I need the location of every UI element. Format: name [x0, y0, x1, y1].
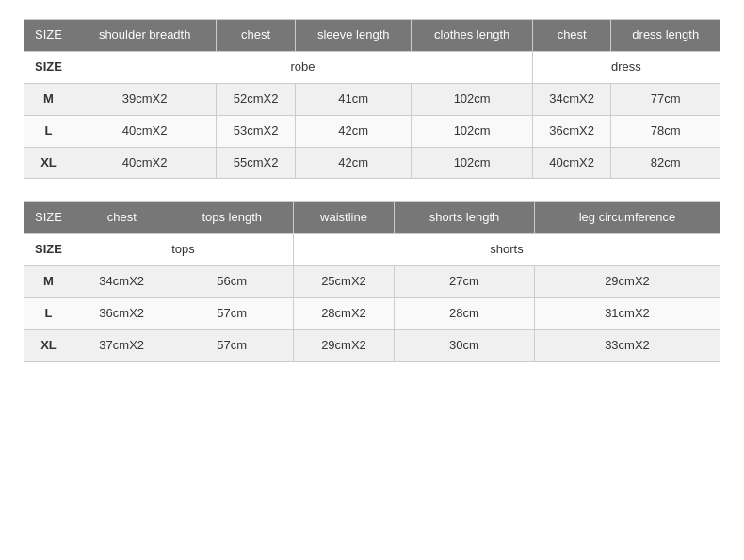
header-row-2: SIZE chest tops length waistline shorts … [24, 202, 720, 234]
m-shorts-length: 27cm [395, 266, 535, 298]
l-clothes: 102cm [412, 115, 532, 147]
l-shorts-length: 28cm [395, 298, 535, 330]
l-waist: 28cmX2 [293, 298, 394, 330]
sleeve-length-header: sleeve length [295, 20, 411, 52]
l-dress-length: 78cm [611, 115, 720, 147]
xl-tops-length: 57cm [170, 330, 294, 362]
dress-length-header: dress length [611, 20, 720, 52]
l-chest-1: 53cmX2 [217, 115, 296, 147]
l-sleeve: 42cm [295, 115, 411, 147]
m-waist: 25cmX2 [293, 266, 394, 298]
size-xl-2: XL [24, 330, 73, 362]
xl-dress-chest: 40cmX2 [532, 147, 611, 179]
size-m-1: M [24, 83, 73, 115]
size-col-group: SIZE [24, 51, 73, 83]
size-l-2: L [24, 298, 73, 330]
xl-sleeve: 42cm [295, 147, 411, 179]
group-row-1: SIZE robe dress [24, 51, 720, 83]
xl-leg-circ: 33cmX2 [535, 330, 720, 362]
table-row: M 39cmX2 52cmX2 41cm 102cm 34cmX2 77cm [24, 83, 720, 115]
robe-group-label: robe [73, 51, 533, 83]
xl-clothes: 102cm [412, 147, 532, 179]
table-row: L 36cmX2 57cm 28cmX2 28cm 31cmX2 [24, 298, 720, 330]
xl-chest-1: 55cmX2 [217, 147, 296, 179]
xl-shoulder: 40cmX2 [73, 147, 217, 179]
table-row: M 34cmX2 56cm 25cmX2 27cm 29cmX2 [24, 266, 720, 298]
l-tops-chest: 36cmX2 [73, 298, 170, 330]
xl-tops-chest: 37cmX2 [73, 330, 170, 362]
tops-length-header: tops length [170, 202, 294, 234]
waistline-header: waistline [293, 202, 394, 234]
size-col-group-2: SIZE [24, 234, 73, 266]
dress-group-label: dress [532, 51, 720, 83]
l-shoulder: 40cmX2 [73, 115, 217, 147]
size-l-1: L [24, 115, 73, 147]
shoulder-breadth-header: shoulder breadth [73, 20, 217, 52]
size-table-2: SIZE chest tops length waistline shorts … [24, 201, 720, 361]
size-header: SIZE [24, 20, 73, 52]
m-shoulder: 39cmX2 [73, 83, 217, 115]
m-tops-length: 56cm [170, 266, 294, 298]
m-clothes: 102cm [412, 83, 532, 115]
leg-circumference-header: leg circumference [535, 202, 720, 234]
size-m-2: M [24, 266, 73, 298]
chest-header-1: chest [217, 20, 296, 52]
table1-wrapper: SIZE shoulder breadth chest sleeve lengt… [24, 19, 720, 179]
table-row: XL 37cmX2 57cm 29cmX2 30cm 33cmX2 [24, 330, 720, 362]
m-chest-1: 52cmX2 [217, 83, 296, 115]
table2-wrapper: SIZE chest tops length waistline shorts … [24, 201, 720, 361]
xl-waist: 29cmX2 [293, 330, 394, 362]
group-row-2: SIZE tops shorts [24, 234, 720, 266]
table-row: L 40cmX2 53cmX2 42cm 102cm 36cmX2 78cm [24, 115, 720, 147]
tops-group-label: tops [73, 234, 294, 266]
chest-header-2: chest [532, 20, 611, 52]
size-header-2: SIZE [24, 202, 73, 234]
m-dress-length: 77cm [611, 83, 720, 115]
m-dress-chest: 34cmX2 [532, 83, 611, 115]
l-tops-length: 57cm [170, 298, 294, 330]
size-xl-1: XL [24, 147, 73, 179]
shorts-length-header: shorts length [395, 202, 535, 234]
m-sleeve: 41cm [295, 83, 411, 115]
shorts-group-label: shorts [293, 234, 720, 266]
header-row-1: SIZE shoulder breadth chest sleeve lengt… [24, 20, 720, 52]
clothes-length-header: clothes length [412, 20, 532, 52]
l-dress-chest: 36cmX2 [532, 115, 611, 147]
m-leg-circ: 29cmX2 [535, 266, 720, 298]
table-row: XL 40cmX2 55cmX2 42cm 102cm 40cmX2 82cm [24, 147, 720, 179]
m-tops-chest: 34cmX2 [73, 266, 170, 298]
l-leg-circ: 31cmX2 [535, 298, 720, 330]
chest-header-t: chest [73, 202, 170, 234]
xl-dress-length: 82cm [611, 147, 720, 179]
xl-shorts-length: 30cm [395, 330, 535, 362]
size-table-1: SIZE shoulder breadth chest sleeve lengt… [24, 19, 720, 179]
